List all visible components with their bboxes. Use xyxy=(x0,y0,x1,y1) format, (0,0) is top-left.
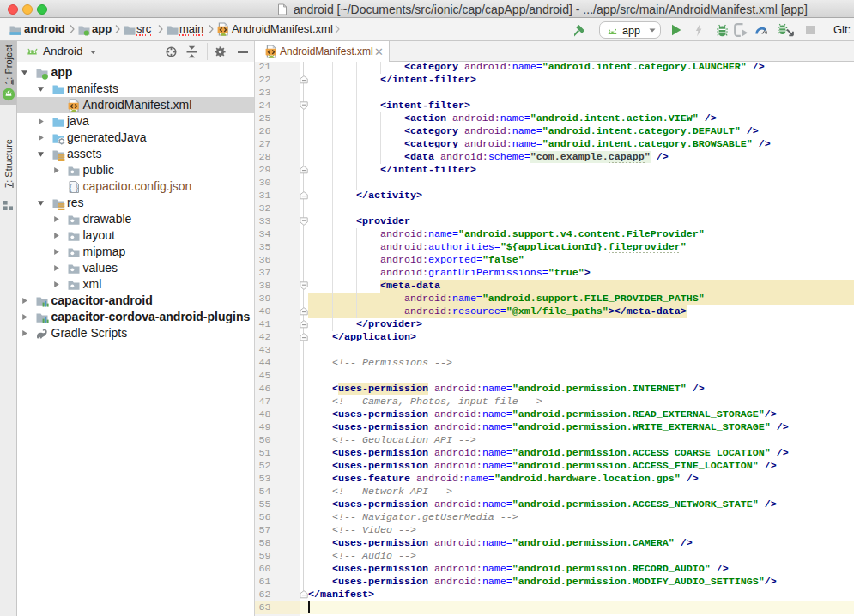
svg-text:{..}: {..} xyxy=(70,184,79,192)
